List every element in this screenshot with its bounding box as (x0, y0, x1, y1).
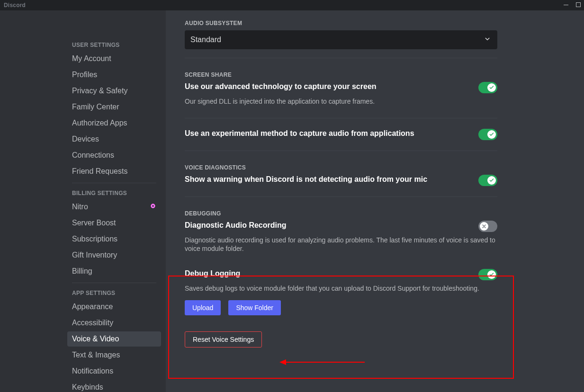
sidebar-divider (72, 183, 156, 183)
separator (185, 118, 497, 118)
sidebar-item-label: Server Boost (72, 218, 116, 228)
show-folder-button[interactable]: Show Folder (228, 300, 281, 315)
toggle-experimental-audio[interactable] (478, 129, 497, 140)
section-label-screen-share: SCREEN SHARE (185, 71, 497, 78)
sidebar-item-label: Authorized Apps (72, 118, 127, 128)
separator (185, 58, 497, 58)
nitro-badge-icon (150, 202, 156, 212)
reset-voice-settings-button[interactable]: Reset Voice Settings (185, 331, 262, 347)
audio-subsystem-select[interactable]: Standard (185, 30, 497, 49)
svg-rect-0 (564, 5, 568, 5)
sidebar-item-label: Keybinds (72, 383, 103, 392)
setting-description: Our signed DLL is injected into the appl… (185, 97, 497, 106)
sidebar-item-my-account[interactable]: My Account (67, 51, 161, 66)
toggle-advanced-capture[interactable] (478, 82, 497, 93)
setting-description: Saves debug logs to voice module folder … (185, 284, 497, 293)
sidebar-item-label: Nitro (72, 202, 88, 212)
sidebar-item-label: Subscriptions (72, 234, 117, 244)
sidebar-item-label: Voice & Video (72, 334, 119, 344)
sidebar-left-gutter (0, 10, 63, 392)
sidebar-item-label: Notifications (72, 366, 113, 376)
section-label-voice-diagnostics: VOICE DIAGNOSTICS (185, 164, 497, 171)
sidebar-item-label: Text & Images (72, 350, 120, 360)
minimize-button[interactable] (563, 2, 569, 9)
sidebar-item-label: Connections (72, 151, 114, 160)
sidebar-item-gift-inventory[interactable]: Gift Inventory (67, 248, 161, 263)
settings-sidebar: USER SETTINGS My Account Profiles Privac… (63, 10, 166, 392)
sidebar-section-header: USER SETTINGS (67, 39, 161, 51)
sidebar-item-label: Profiles (72, 70, 97, 80)
titlebar: Discord (0, 0, 584, 10)
sidebar-item-authorized-apps[interactable]: Authorized Apps (67, 116, 161, 131)
sidebar-item-label: Appearance (72, 302, 113, 312)
sidebar-item-friend-requests[interactable]: Friend Requests (67, 164, 161, 179)
section-label-audio-subsystem: AUDIO SUBSYSTEM (185, 20, 497, 27)
sidebar-item-privacy-safety[interactable]: Privacy & Safety (67, 83, 161, 98)
upload-button[interactable]: Upload (185, 300, 221, 315)
setting-description: Diagnostic audio recording is used for a… (185, 236, 497, 253)
settings-content: AUDIO SUBSYSTEM Standard SCREEN SHARE Us… (166, 10, 584, 392)
window-controls (563, 2, 582, 9)
sidebar-item-label: Family Center (72, 102, 119, 112)
setting-title: Debug Logging (185, 269, 240, 278)
app-name: Discord (4, 2, 26, 9)
sidebar-item-billing[interactable]: Billing (67, 264, 161, 279)
sidebar-item-label: My Account (72, 54, 111, 63)
sidebar-item-appearance[interactable]: Appearance (67, 299, 161, 314)
toggle-mic-warning[interactable] (478, 175, 497, 186)
sidebar-item-label: Devices (72, 134, 99, 144)
sidebar-item-accessibility[interactable]: Accessibility (67, 315, 161, 330)
sidebar-divider (72, 283, 156, 283)
sidebar-item-notifications[interactable]: Notifications (67, 364, 161, 379)
separator (185, 151, 497, 151)
maximize-button[interactable] (575, 2, 581, 9)
sidebar-item-voice-video[interactable]: Voice & Video (67, 331, 161, 347)
setting-title: Show a warning when Discord is not detec… (185, 175, 427, 184)
setting-title: Use our advanced technology to capture y… (185, 82, 377, 91)
sidebar-item-profiles[interactable]: Profiles (67, 67, 161, 82)
toggle-diagnostic-audio[interactable] (478, 221, 497, 232)
sidebar-item-devices[interactable]: Devices (67, 132, 161, 147)
separator (185, 196, 497, 197)
sidebar-item-label: Privacy & Safety (72, 86, 127, 96)
svg-point-3 (152, 205, 154, 207)
sidebar-item-label: Billing (72, 267, 92, 276)
chevron-down-icon (483, 35, 492, 45)
sidebar-item-label: Friend Requests (72, 167, 127, 176)
sidebar-section-header: BILLING SETTINGS (67, 187, 161, 199)
svg-rect-1 (576, 2, 581, 7)
sidebar-item-label: Accessibility (72, 318, 113, 328)
setting-title: Use an experimental method to capture au… (185, 129, 414, 138)
toggle-debug-logging[interactable] (478, 269, 497, 280)
sidebar-section-header: APP SETTINGS (67, 287, 161, 299)
sidebar-item-subscriptions[interactable]: Subscriptions (67, 232, 161, 247)
sidebar-item-connections[interactable]: Connections (67, 148, 161, 163)
sidebar-item-text-images[interactable]: Text & Images (67, 347, 161, 363)
section-label-debugging: DEBUGGING (185, 210, 497, 217)
sidebar-item-label: Gift Inventory (72, 250, 117, 260)
sidebar-item-keybinds[interactable]: Keybinds (67, 380, 161, 392)
select-value: Standard (190, 36, 221, 44)
sidebar-item-family-center[interactable]: Family Center (67, 99, 161, 115)
setting-title: Diagnostic Audio Recording (185, 221, 287, 230)
sidebar-item-server-boost[interactable]: Server Boost (67, 215, 161, 231)
sidebar-item-nitro[interactable]: Nitro (67, 199, 161, 214)
